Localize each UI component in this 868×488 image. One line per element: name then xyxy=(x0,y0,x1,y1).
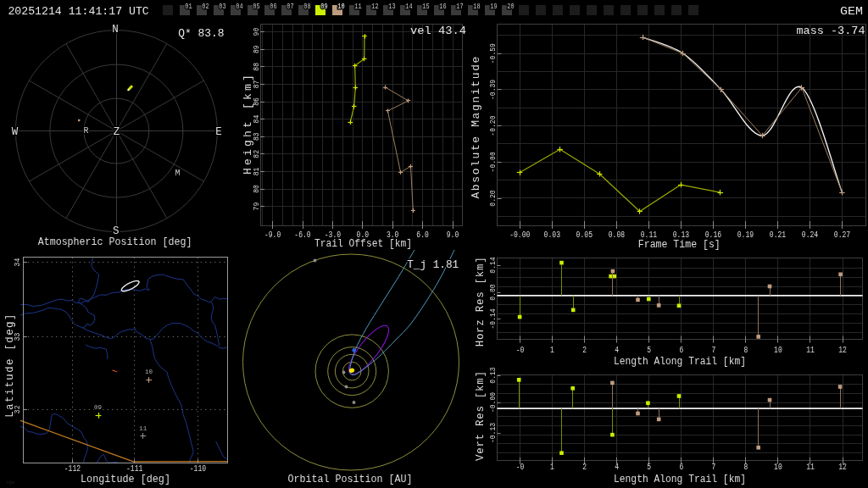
svg-text:10: 10 xyxy=(145,369,153,375)
svg-text:8: 8 xyxy=(743,345,748,355)
svg-text:20: 20 xyxy=(507,3,514,11)
svg-text:Length Along Trail [km]: Length Along Trail [km] xyxy=(614,356,746,368)
svg-text:vel 43.4: vel 43.4 xyxy=(410,25,466,37)
svg-text:-0.20: -0.20 xyxy=(488,115,498,136)
svg-text:09: 09 xyxy=(320,3,327,11)
svg-text:7: 7 xyxy=(711,345,715,355)
svg-text:0.19: 0.19 xyxy=(737,230,754,240)
svg-text:-0.14: -0.14 xyxy=(488,308,498,329)
svg-text:7: 7 xyxy=(711,462,715,472)
svg-text:Vert Res [km]: Vert Res [km] xyxy=(475,371,487,461)
svg-text:njw: njw xyxy=(7,480,14,485)
svg-text:Absolute Magnitude: Absolute Magnitude xyxy=(470,57,482,199)
svg-text:0.03: 0.03 xyxy=(544,230,560,240)
svg-text:Longitude [deg]: Longitude [deg] xyxy=(81,474,170,485)
svg-text:GEM: GEM xyxy=(840,5,863,18)
svg-text:09: 09 xyxy=(94,404,102,411)
svg-text:2: 2 xyxy=(582,345,587,355)
svg-text:01: 01 xyxy=(185,3,192,11)
svg-text:90: 90 xyxy=(252,27,261,36)
svg-text:02: 02 xyxy=(202,3,209,11)
svg-text:-0: -0 xyxy=(516,345,525,355)
svg-text:6: 6 xyxy=(679,345,683,355)
svg-text:12: 12 xyxy=(838,462,847,472)
svg-text:-0.59: -0.59 xyxy=(488,43,498,64)
svg-text:0.21: 0.21 xyxy=(770,230,786,240)
svg-text:11: 11 xyxy=(139,425,147,432)
svg-text:-0.00: -0.00 xyxy=(509,230,530,240)
svg-text:mass -3.74: mass -3.74 xyxy=(797,25,865,37)
svg-text:M: M xyxy=(175,169,180,178)
svg-text:5: 5 xyxy=(647,462,651,472)
svg-text:04: 04 xyxy=(236,3,242,11)
svg-text:0.24: 0.24 xyxy=(802,230,818,240)
svg-text:Q* 83.8: Q* 83.8 xyxy=(178,27,224,40)
svg-text:18: 18 xyxy=(473,3,480,11)
svg-text:Frame Time [s]: Frame Time [s] xyxy=(638,239,721,251)
svg-text:13: 13 xyxy=(388,3,395,11)
svg-text:0.08: 0.08 xyxy=(609,230,625,240)
svg-text:Horz Res [km]: Horz Res [km] xyxy=(475,257,487,347)
svg-text:12: 12 xyxy=(371,3,378,11)
svg-text:16: 16 xyxy=(439,3,446,11)
svg-text:-0.13: -0.13 xyxy=(488,423,498,443)
svg-text:6.0: 6.0 xyxy=(416,230,429,240)
svg-text:19: 19 xyxy=(490,3,497,11)
svg-text:-112: -112 xyxy=(64,463,81,474)
svg-text:0.14: 0.14 xyxy=(488,257,498,274)
svg-text:W: W xyxy=(12,126,19,138)
svg-text:-6.0: -6.0 xyxy=(294,230,310,240)
svg-text:Length Along Trail [km]: Length Along Trail [km] xyxy=(614,474,746,485)
svg-text:03: 03 xyxy=(219,3,225,11)
svg-text:-0.39: -0.39 xyxy=(488,80,498,100)
svg-text:4: 4 xyxy=(615,462,619,472)
svg-text:Z: Z xyxy=(114,126,120,138)
svg-text:-9.0: -9.0 xyxy=(264,230,281,240)
svg-text:-111: -111 xyxy=(126,463,142,474)
svg-text:79: 79 xyxy=(252,202,261,210)
svg-text:10: 10 xyxy=(337,3,344,11)
svg-text:T_j 1.81: T_j 1.81 xyxy=(407,258,459,271)
svg-text:Height [km]: Height [km] xyxy=(242,75,254,175)
svg-text:0.27: 0.27 xyxy=(834,230,850,240)
svg-text:06: 06 xyxy=(270,3,276,11)
svg-text:17: 17 xyxy=(456,3,463,11)
svg-text:4: 4 xyxy=(615,345,619,355)
svg-text:80: 80 xyxy=(252,185,261,193)
svg-text:9.0: 9.0 xyxy=(447,230,459,240)
svg-text:15: 15 xyxy=(422,3,429,11)
svg-text:34: 34 xyxy=(13,258,22,266)
svg-text:10: 10 xyxy=(774,345,782,355)
svg-text:Atmospheric Position [deg]: Atmospheric Position [deg] xyxy=(38,236,192,248)
svg-text:1: 1 xyxy=(550,462,554,472)
svg-text:20251214 11:41:17 UTC: 20251214 11:41:17 UTC xyxy=(8,5,148,18)
svg-text:Orbital Position [AU]: Orbital Position [AU] xyxy=(288,474,413,485)
svg-text:0.13: 0.13 xyxy=(488,367,498,384)
svg-text:08: 08 xyxy=(303,3,310,11)
svg-text:11: 11 xyxy=(354,3,361,11)
svg-text:12: 12 xyxy=(838,345,847,355)
svg-text:0.00: 0.00 xyxy=(488,284,498,301)
svg-text:11: 11 xyxy=(806,462,815,472)
svg-text:-0: -0 xyxy=(516,462,525,472)
svg-text:Trail Offset [km]: Trail Offset [km] xyxy=(314,238,412,250)
svg-text:Latitude [deg]: Latitude [deg] xyxy=(4,314,16,418)
svg-text:14: 14 xyxy=(405,3,412,11)
svg-text:11: 11 xyxy=(806,345,815,355)
svg-text:05: 05 xyxy=(253,3,259,11)
svg-text:5: 5 xyxy=(647,345,651,355)
svg-text:6: 6 xyxy=(679,462,683,472)
svg-text:2: 2 xyxy=(582,462,587,472)
svg-text:89: 89 xyxy=(252,45,261,53)
svg-text:E: E xyxy=(215,126,222,138)
svg-text:-0.00: -0.00 xyxy=(488,152,498,172)
svg-text:R: R xyxy=(83,126,88,136)
svg-text:N: N xyxy=(112,24,119,36)
svg-text:88: 88 xyxy=(252,63,261,71)
svg-text:07: 07 xyxy=(287,3,293,11)
svg-text:8: 8 xyxy=(743,462,748,472)
svg-text:-110: -110 xyxy=(190,463,206,474)
svg-text:10: 10 xyxy=(774,462,782,472)
svg-text:0.20: 0.20 xyxy=(488,190,498,207)
svg-text:1: 1 xyxy=(550,345,554,355)
